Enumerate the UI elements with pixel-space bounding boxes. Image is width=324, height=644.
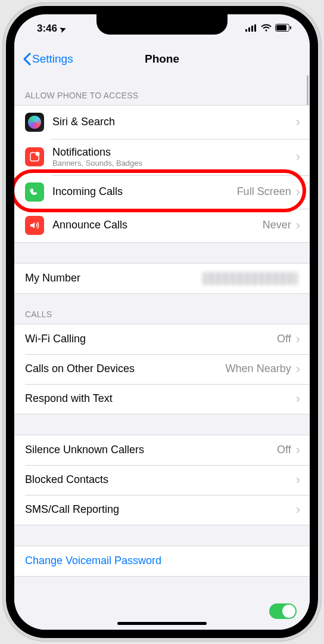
row-blocked-contacts[interactable]: Blocked Contacts › bbox=[14, 465, 310, 495]
status-time: 3:46 bbox=[37, 23, 57, 35]
row-title: Notifications bbox=[52, 146, 296, 159]
battery-icon bbox=[275, 23, 292, 35]
row-subtitle: Banners, Sounds, Badges bbox=[52, 159, 296, 168]
row-value: Full Screen bbox=[237, 185, 291, 198]
row-title: Silence Unknown Callers bbox=[25, 444, 277, 457]
list-calls: Wi-Fi Calling Off › Calls on Other Devic… bbox=[14, 324, 310, 414]
chevron-right-icon: › bbox=[296, 219, 300, 232]
row-silence-unknown[interactable]: Silence Unknown Callers Off › bbox=[14, 435, 310, 465]
row-change-voicemail-password[interactable]: Change Voicemail Password bbox=[14, 546, 310, 576]
chevron-right-icon: › bbox=[296, 444, 300, 457]
row-incoming-calls[interactable]: Incoming Calls Full Screen › bbox=[14, 175, 310, 209]
row-calls-other-devices[interactable]: Calls on Other Devices When Nearby › bbox=[14, 354, 310, 384]
chevron-right-icon: › bbox=[296, 333, 300, 346]
chevron-left-icon bbox=[23, 52, 31, 66]
chevron-right-icon: › bbox=[296, 150, 300, 163]
chevron-right-icon: › bbox=[296, 503, 300, 516]
row-my-number[interactable]: My Number bbox=[14, 264, 310, 293]
svg-rect-2 bbox=[251, 26, 253, 32]
svg-rect-3 bbox=[254, 24, 256, 32]
incoming-calls-icon bbox=[25, 182, 44, 202]
row-title: SMS/Call Reporting bbox=[25, 503, 296, 516]
row-value: When Nearby bbox=[226, 363, 291, 375]
nav-bar: Settings Phone bbox=[14, 43, 310, 75]
row-value: Off bbox=[277, 444, 291, 456]
row-title: Incoming Calls bbox=[52, 185, 237, 199]
screen: 3:46 ➤ Settin bbox=[14, 14, 310, 630]
status-left: 3:46 ➤ bbox=[37, 23, 66, 35]
status-right bbox=[245, 23, 292, 35]
row-title: Announce Calls bbox=[52, 219, 263, 232]
row-title: Calls on Other Devices bbox=[25, 363, 226, 376]
list-allow: Siri & Search › Notifications Banners, S… bbox=[14, 105, 310, 243]
page-title: Phone bbox=[145, 52, 179, 66]
svg-point-8 bbox=[36, 152, 40, 156]
row-title: Blocked Contacts bbox=[25, 473, 296, 487]
row-title: Respond with Text bbox=[25, 392, 296, 405]
chevron-right-icon: › bbox=[296, 473, 300, 487]
chevron-right-icon: › bbox=[296, 116, 300, 129]
location-icon: ➤ bbox=[58, 23, 67, 34]
row-respond-with-text[interactable]: Respond with Text › bbox=[14, 384, 310, 414]
svg-rect-5 bbox=[276, 25, 286, 30]
row-wifi-calling[interactable]: Wi-Fi Calling Off › bbox=[14, 324, 310, 354]
notch bbox=[96, 14, 228, 35]
svg-rect-1 bbox=[248, 27, 250, 32]
notifications-icon bbox=[25, 147, 44, 166]
back-button[interactable]: Settings bbox=[23, 52, 73, 66]
announce-calls-icon bbox=[25, 216, 44, 235]
chevron-right-icon: › bbox=[296, 363, 300, 376]
back-label: Settings bbox=[32, 52, 73, 66]
row-title: My Number bbox=[25, 272, 202, 285]
svg-rect-6 bbox=[290, 26, 291, 29]
wifi-icon bbox=[261, 23, 272, 35]
partial-toggle[interactable] bbox=[269, 603, 297, 619]
row-value: Never bbox=[263, 219, 291, 231]
section-header-allow: ALLOW PHONE TO ACCESS bbox=[14, 75, 310, 105]
svg-rect-0 bbox=[245, 29, 247, 32]
list-voicemail: Change Voicemail Password bbox=[14, 546, 310, 577]
row-sms-call-reporting[interactable]: SMS/Call Reporting › bbox=[14, 495, 310, 525]
row-title: Wi-Fi Calling bbox=[25, 333, 277, 346]
list-callers: Silence Unknown Callers Off › Blocked Co… bbox=[14, 435, 310, 525]
chevron-right-icon: › bbox=[296, 392, 300, 405]
home-indicator[interactable] bbox=[117, 622, 207, 625]
row-title: Siri & Search bbox=[52, 116, 296, 129]
my-number-value-blurred bbox=[202, 272, 298, 285]
cellular-icon bbox=[245, 23, 257, 35]
row-announce-calls[interactable]: Announce Calls Never › bbox=[14, 209, 310, 242]
list-my-number: My Number bbox=[14, 263, 310, 294]
row-value: Off bbox=[277, 333, 291, 345]
content[interactable]: ALLOW PHONE TO ACCESS Siri & Search › No… bbox=[14, 75, 310, 630]
siri-icon bbox=[25, 113, 44, 132]
row-notifications[interactable]: Notifications Banners, Sounds, Badges › bbox=[14, 139, 310, 175]
chevron-right-icon: › bbox=[296, 185, 300, 199]
row-siri-search[interactable]: Siri & Search › bbox=[14, 106, 310, 139]
section-header-calls: CALLS bbox=[14, 294, 310, 324]
row-title: Change Voicemail Password bbox=[25, 555, 300, 568]
phone-frame: 3:46 ➤ Settin bbox=[2, 2, 322, 642]
phone-bezel: 3:46 ➤ Settin bbox=[6, 6, 318, 638]
